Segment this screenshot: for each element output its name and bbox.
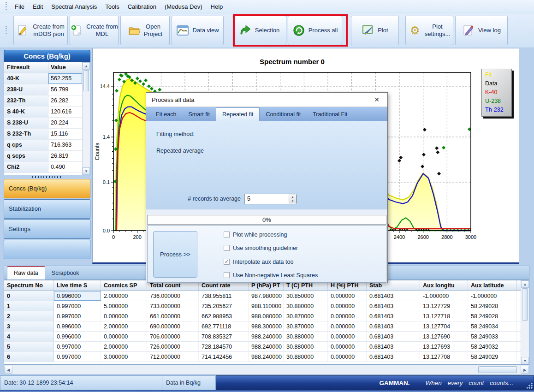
- table-cell[interactable]: 0.997000: [54, 352, 101, 362]
- table-cell[interactable]: 988.240000: [249, 342, 284, 351]
- menu-calibration[interactable]: Calibration: [124, 1, 160, 12]
- fitresult-name-cell[interactable]: q cps: [4, 140, 48, 150]
- table-cell[interactable]: 0.997000: [54, 301, 101, 311]
- column-header[interactable]: Aux longitu: [420, 280, 468, 291]
- table-cell[interactable]: 0.681403: [367, 342, 420, 351]
- process-all-button[interactable]: Process all: [288, 16, 342, 45]
- tab-raw-data[interactable]: Raw data: [7, 266, 45, 279]
- table-cell[interactable]: 2.000000: [101, 291, 147, 301]
- menu-help[interactable]: Help: [207, 1, 227, 12]
- table-cell[interactable]: 13.127729: [420, 301, 468, 311]
- table-cell[interactable]: 738.955811: [199, 291, 249, 301]
- table-cell[interactable]: 988.240000: [249, 352, 284, 362]
- create-from-mdos-json-button[interactable]: Create from mDOS json: [13, 16, 68, 45]
- table-cell[interactable]: 0.000000: [101, 311, 147, 321]
- fitresult-name-cell[interactable]: S 238-U: [4, 118, 48, 128]
- table-cell[interactable]: 987.980000: [249, 291, 284, 301]
- dialog-tab-repeated-fit[interactable]: Repeated fit: [216, 107, 260, 121]
- table-cell[interactable]: 1: [4, 301, 54, 311]
- selection-button[interactable]: Selection: [232, 16, 286, 45]
- table-cell[interactable]: 728.184570: [199, 342, 249, 351]
- quantity-stepper[interactable]: ▲ ▼: [289, 195, 297, 203]
- table-cell[interactable]: 708.835327: [199, 332, 249, 341]
- table-cell[interactable]: 988.110000: [249, 301, 284, 311]
- table-cell[interactable]: 0.000000: [328, 342, 367, 351]
- table-cell[interactable]: 58.249032: [468, 342, 517, 351]
- table-cell[interactable]: 988.080000: [249, 311, 284, 321]
- table-cell[interactable]: 3.000000: [101, 352, 147, 362]
- table-cell[interactable]: 0.000000: [101, 332, 147, 341]
- column-header[interactable]: Live time S: [54, 280, 101, 291]
- table-cell[interactable]: 706.000000: [147, 332, 199, 341]
- scroll-down-icon[interactable]: ▼: [521, 357, 529, 364]
- table-cell[interactable]: -1.000000: [468, 291, 517, 301]
- table-cell[interactable]: 0.681403: [367, 301, 420, 311]
- fitresult-name-cell[interactable]: 40-K: [4, 73, 48, 84]
- plot-button[interactable]: Plot: [351, 16, 399, 45]
- table-cell[interactable]: 0.000000: [328, 332, 367, 341]
- table-cell[interactable]: 0.996000: [54, 332, 101, 341]
- sidebar-item-stabilization[interactable]: Stabilization: [4, 199, 90, 219]
- table-cell[interactable]: 58.249033: [468, 332, 517, 341]
- checkbox-box[interactable]: ✓: [224, 259, 230, 265]
- dialog-tab-smart-fit[interactable]: Smart fit: [182, 108, 216, 121]
- table-cell[interactable]: 30.870000: [284, 321, 328, 331]
- close-icon[interactable]: ✕: [372, 95, 382, 104]
- table-cell[interactable]: 735.205627: [199, 301, 249, 311]
- table-cell[interactable]: 58.249029: [468, 352, 517, 362]
- scroll-right-icon[interactable]: ▶: [521, 366, 529, 374]
- sidebar-item-settings[interactable]: Settings: [4, 220, 90, 239]
- panel-splitter[interactable]: [4, 175, 90, 179]
- table-cell[interactable]: 5.000000: [101, 301, 147, 311]
- table-cell[interactable]: 733.000000: [147, 301, 199, 311]
- table-cell[interactable]: 6: [4, 352, 54, 362]
- table-cell[interactable]: 988.300000: [249, 321, 284, 331]
- table-cell[interactable]: 661.000000: [147, 311, 199, 321]
- fitresult-name-cell[interactable]: Chi2: [4, 162, 48, 172]
- table-cell[interactable]: 714.142456: [199, 352, 249, 362]
- table-cell[interactable]: 0.996000: [54, 291, 101, 301]
- fitresult-value-cell[interactable]: 15.116: [48, 129, 82, 139]
- table-cell[interactable]: 712.000000: [147, 352, 199, 362]
- fitresult-value-cell[interactable]: 26.282: [48, 95, 82, 106]
- tab-scrapbook[interactable]: Scrapbook: [45, 267, 86, 279]
- column-header[interactable]: Fitresult: [4, 62, 48, 73]
- table-cell[interactable]: 58.249028: [468, 311, 517, 321]
- scrollbar-thumb[interactable]: [83, 70, 89, 91]
- table-cell[interactable]: 2: [4, 311, 54, 321]
- table-cell[interactable]: 0.000000: [328, 301, 367, 311]
- fitresult-table-scrollbar[interactable]: ▲ ▼: [82, 62, 90, 175]
- fitresult-value-cell[interactable]: 26.819: [48, 151, 82, 161]
- fitresult-name-cell[interactable]: q scps: [4, 151, 48, 161]
- scroll-down-icon[interactable]: ▼: [83, 167, 90, 175]
- menu-spectral-analysis[interactable]: Spectral Analysis: [47, 1, 101, 12]
- table-cell[interactable]: 30.880000: [284, 342, 328, 351]
- table-cell[interactable]: 0.000000: [328, 311, 367, 321]
- column-header[interactable]: Value: [48, 62, 82, 73]
- checkbox-use-non-negative-least-squares[interactable]: Use Non-negative Least Squares: [224, 271, 318, 279]
- sidebar-item-concs[interactable]: Concs (Bq/kg): [4, 179, 90, 198]
- menu-medusa-dev[interactable]: (Medusa Dev): [160, 1, 207, 12]
- table-cell[interactable]: 726.000000: [147, 342, 199, 351]
- fitresult-name-cell[interactable]: S 40-K: [4, 107, 48, 117]
- table-cell[interactable]: 0.997000: [54, 311, 101, 321]
- fitresult-value-cell[interactable]: 56.799: [48, 84, 82, 95]
- table-cell[interactable]: 3: [4, 321, 54, 331]
- raw-data-horizontal-scrollbar[interactable]: ◀ ▶: [4, 365, 529, 374]
- table-cell[interactable]: 2.000000: [101, 342, 147, 351]
- checkbox-plot-while-processing[interactable]: Plot while processing: [224, 231, 287, 238]
- table-cell[interactable]: 0.000000: [328, 321, 367, 331]
- raw-data-vertical-scrollbar[interactable]: ▲ ▼: [521, 280, 529, 364]
- table-cell[interactable]: 30.880000: [284, 332, 328, 341]
- scroll-left-icon[interactable]: ◀: [4, 366, 12, 374]
- view-log-button[interactable]: View log: [455, 16, 508, 45]
- fitresult-value-cell[interactable]: 0.490: [48, 162, 82, 172]
- column-header[interactable]: Spectrum No: [4, 280, 54, 291]
- spinner-up-icon[interactable]: ▲: [289, 195, 296, 199]
- table-cell[interactable]: 690.000000: [147, 321, 199, 331]
- table-cell[interactable]: 0.000000: [328, 352, 367, 362]
- table-cell[interactable]: 0.997000: [54, 342, 101, 351]
- table-cell[interactable]: 736.000000: [147, 291, 199, 301]
- data-view-button[interactable]: Data view: [172, 16, 224, 45]
- scrollbar-thumb[interactable]: [478, 366, 517, 373]
